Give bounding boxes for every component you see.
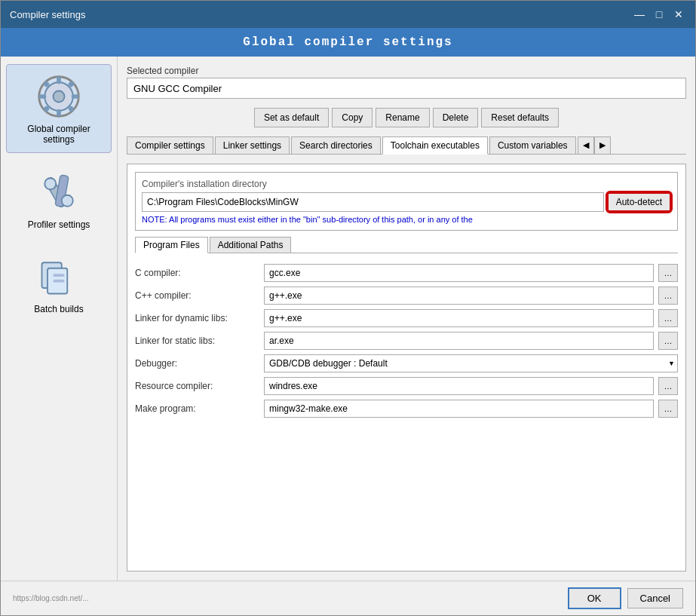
debugger-select[interactable]: GDB/CDB debugger : Default [264,354,678,372]
cpp-compiler-label: C++ compiler: [135,290,259,301]
linker-dynamic-input[interactable] [264,309,654,327]
compiler-select-row: GNU GCC Compiler [127,78,686,99]
tab-custom-variables[interactable]: Custom variables [489,136,576,154]
maximize-button[interactable]: □ [652,7,667,22]
title-bar: Compiler settings — □ ✕ [1,1,695,28]
window-title: Compiler settings [10,9,85,20]
debugger-select-wrapper: GDB/CDB debugger : Default ▼ [264,354,678,372]
cpp-compiler-row: C++ compiler: … [135,287,678,305]
install-dir-label: Compiler's installation directory [142,179,671,189]
gear-icon [35,72,83,121]
dialog-header: Global compiler settings [1,28,695,57]
linker-dynamic-label: Linker for dynamic libs: [135,313,259,323]
svg-point-13 [44,178,56,189]
resource-compiler-input[interactable] [264,377,654,395]
main-content: Global compilersettings Profiler setting… [1,57,695,581]
sidebar-item-global-compiler-settings[interactable]: Global compilersettings [6,64,112,153]
cancel-button[interactable]: Cancel [627,588,683,608]
content-area: Selected compiler GNU GCC Compiler Set a… [118,57,695,581]
install-dir-input[interactable] [142,192,604,212]
cpp-compiler-input[interactable] [264,287,654,305]
bottom-bar: https://blog.csdn.net/... OK Cancel [1,581,695,615]
wrench-icon [35,168,83,216]
install-dir-group: Compiler's installation directory Auto-d… [135,172,678,231]
linker-static-row: Linker for static libs: … [135,332,678,350]
sidebar-item-batch-builds[interactable]: Batch builds [6,245,112,322]
sidebar-item-label-profiler: Profiler settings [28,219,90,230]
sidebar: Global compilersettings Profiler setting… [1,57,118,581]
delete-button[interactable]: Delete [433,108,479,127]
sub-tab-additional-paths[interactable]: Additional Paths [210,237,292,253]
tabs-bar: Compiler settings Linker settings Search… [127,136,686,155]
program-files-content: C compiler: … C++ compiler: … Linker for… [135,264,678,418]
debugger-row: Debugger: GDB/CDB debugger : Default ▼ [135,354,678,372]
sub-tabs: Program Files Additional Paths [135,237,678,253]
rename-button[interactable]: Rename [376,108,429,127]
resource-compiler-browse[interactable]: … [658,377,678,395]
resource-compiler-label: Resource compiler: [135,381,259,391]
linker-dynamic-row: Linker for dynamic libs: … [135,309,678,327]
svg-rect-18 [54,280,65,283]
tab-compiler-settings[interactable]: Compiler settings [127,136,213,154]
svg-rect-3 [57,77,61,84]
c-compiler-input[interactable] [264,264,654,282]
reset-defaults-button[interactable]: Reset defaults [481,108,559,127]
sidebar-item-profiler-settings[interactable]: Profiler settings [6,161,112,238]
linker-static-label: Linker for static libs: [135,336,259,346]
make-program-input[interactable] [264,400,654,418]
make-program-label: Make program: [135,403,259,414]
linker-static-input[interactable] [264,332,654,350]
sub-tab-program-files[interactable]: Program Files [135,237,208,253]
bottom-url: https://blog.csdn.net/... [13,594,89,602]
auto-detect-button[interactable]: Auto-detect [607,192,671,212]
svg-rect-4 [57,109,61,116]
close-button[interactable]: ✕ [671,7,686,22]
cpp-compiler-browse[interactable]: … [658,287,678,305]
install-dir-row: Auto-detect [142,192,671,212]
make-program-browse[interactable]: … [658,400,678,418]
linker-static-browse[interactable]: … [658,332,678,350]
window: Compiler settings — □ ✕ Global compiler … [0,0,696,616]
tab-search-directories[interactable]: Search directories [291,136,381,154]
selected-compiler-label: Selected compiler [127,66,686,76]
c-compiler-browse[interactable]: … [658,264,678,282]
resource-compiler-row: Resource compiler: … [135,377,678,395]
debugger-label: Debugger: [135,358,259,369]
make-program-row: Make program: … [135,400,678,418]
svg-rect-6 [72,94,78,99]
settings-panel: Compiler's installation directory Auto-d… [127,164,686,572]
ok-button[interactable]: OK [568,587,621,609]
batch-builds-icon [35,253,83,301]
tab-scroll-left[interactable]: ◀ [578,136,594,154]
svg-point-14 [62,195,73,207]
tab-linker-settings[interactable]: Linker settings [215,136,290,154]
linker-dynamic-browse[interactable]: … [658,309,678,327]
svg-rect-5 [39,94,46,99]
selected-compiler-section: Selected compiler GNU GCC Compiler [127,66,686,99]
set-as-default-button[interactable]: Set as default [254,108,329,127]
title-bar-controls: — □ ✕ [632,7,686,22]
c-compiler-row: C compiler: … [135,264,678,282]
sidebar-item-label-batch: Batch builds [34,304,83,314]
compiler-select[interactable]: GNU GCC Compiler [127,78,686,99]
c-compiler-label: C compiler: [135,268,259,278]
svg-rect-17 [54,274,65,277]
minimize-button[interactable]: — [632,7,647,22]
tab-scroll-right[interactable]: ▶ [594,136,611,154]
tab-toolchain-executables[interactable]: Toolchain executables [382,136,488,155]
sidebar-item-label-global: Global compilersettings [27,124,90,145]
svg-point-2 [54,91,65,103]
compiler-actions: Set as default Copy Rename Delete Reset … [127,105,686,130]
note-text: NOTE: All programs must exist either in … [142,215,671,224]
copy-button[interactable]: Copy [332,108,373,127]
